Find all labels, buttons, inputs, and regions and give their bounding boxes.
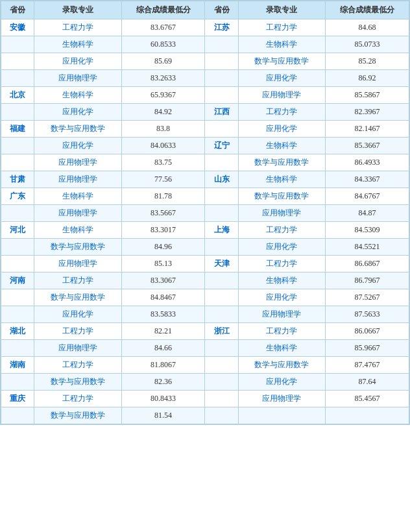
major-cell-right: 数学与应用数学 <box>238 357 325 374</box>
score-cell-right: 87.64 <box>326 374 409 391</box>
score-cell-right: 82.1467 <box>326 121 409 138</box>
province-cell-right <box>205 272 238 289</box>
province-cell-right <box>205 289 238 306</box>
province-cell-left <box>1 70 34 87</box>
province-cell-right <box>205 36 238 53</box>
major-cell-right: 工程力学 <box>238 256 325 272</box>
header-score-right: 综合成绩最低分 <box>326 1 409 19</box>
score-cell-left: 81.78 <box>121 188 205 205</box>
province-cell-left <box>1 407 34 424</box>
score-cell-left: 82.21 <box>121 323 205 340</box>
score-cell-right: 86.0667 <box>326 323 409 340</box>
score-cell-left: 80.8433 <box>121 391 205 407</box>
province-cell-right <box>205 205 238 222</box>
table-row: 应用物理学85.13天津工程力学86.6867 <box>1 256 409 272</box>
score-cell-left: 85.13 <box>121 256 205 272</box>
header-major-left: 录取专业 <box>34 1 121 19</box>
table-row: 数学与应用数学81.54 <box>1 407 409 424</box>
table-row: 应用物理学83.2633应用化学86.92 <box>1 70 409 87</box>
major-cell-right: 应用化学 <box>238 121 325 138</box>
province-cell-right: 辽宁 <box>205 138 238 154</box>
province-cell-left <box>1 154 34 171</box>
table-row: 生物科学60.8533生物科学85.0733 <box>1 36 409 53</box>
score-cell-left: 83.3017 <box>121 222 205 239</box>
major-cell-right: 应用物理学 <box>238 87 325 104</box>
major-cell-left: 应用物理学 <box>34 154 121 171</box>
score-cell-right: 87.5633 <box>326 306 409 323</box>
major-cell-right <box>238 407 325 424</box>
major-cell-right: 数学与应用数学 <box>238 188 325 205</box>
table-row: 重庆工程力学80.8433应用物理学85.4567 <box>1 391 409 407</box>
province-cell-left: 河北 <box>1 222 34 239</box>
table-row: 应用化学84.92江西工程力学82.3967 <box>1 104 409 121</box>
major-cell-right: 应用物理学 <box>238 306 325 323</box>
score-cell-right: 85.0733 <box>326 36 409 53</box>
score-cell-right: 86.4933 <box>326 154 409 171</box>
table-row: 安徽工程力学83.6767江苏工程力学84.68 <box>1 19 409 36</box>
province-cell-right <box>205 87 238 104</box>
major-cell-right: 数学与应用数学 <box>238 53 325 70</box>
table-row: 湖南工程力学81.8067数学与应用数学87.4767 <box>1 357 409 374</box>
province-cell-right: 江西 <box>205 104 238 121</box>
major-cell-right: 应用物理学 <box>238 391 325 407</box>
header-province-right: 省份 <box>205 1 238 19</box>
province-cell-left <box>1 239 34 256</box>
table-row: 数学与应用数学84.96应用化学84.5521 <box>1 239 409 256</box>
major-cell-left: 应用化学 <box>34 306 121 323</box>
major-cell-left: 数学与应用数学 <box>34 407 121 424</box>
province-cell-right <box>205 357 238 374</box>
province-cell-left <box>1 256 34 272</box>
major-cell-left: 工程力学 <box>34 272 121 289</box>
province-cell-left: 福建 <box>1 121 34 138</box>
header-province-left: 省份 <box>1 1 34 19</box>
province-cell-left <box>1 374 34 391</box>
major-cell-right: 应用化学 <box>238 239 325 256</box>
score-cell-right: 85.4567 <box>326 391 409 407</box>
score-cell-right: 84.5309 <box>326 222 409 239</box>
major-cell-left: 数学与应用数学 <box>34 239 121 256</box>
major-cell-left: 应用物理学 <box>34 205 121 222</box>
major-cell-right: 工程力学 <box>238 104 325 121</box>
province-cell-left: 安徽 <box>1 19 34 36</box>
score-cell-left: 60.8533 <box>121 36 205 53</box>
score-cell-left: 83.3067 <box>121 272 205 289</box>
province-cell-right: 天津 <box>205 256 238 272</box>
province-cell-left: 广东 <box>1 188 34 205</box>
province-cell-right <box>205 53 238 70</box>
province-cell-left: 甘肃 <box>1 171 34 188</box>
province-cell-right <box>205 391 238 407</box>
major-cell-left: 工程力学 <box>34 391 121 407</box>
major-cell-right: 工程力学 <box>238 19 325 36</box>
score-cell-right: 84.68 <box>326 19 409 36</box>
major-cell-right: 工程力学 <box>238 222 325 239</box>
major-cell-left: 应用物理学 <box>34 340 121 357</box>
table-row: 应用物理学83.5667应用物理学84.87 <box>1 205 409 222</box>
province-cell-right <box>205 407 238 424</box>
province-cell-right <box>205 374 238 391</box>
score-cell-left: 83.6767 <box>121 19 205 36</box>
score-cell-left: 81.8067 <box>121 357 205 374</box>
score-cell-left: 65.9367 <box>121 87 205 104</box>
score-cell-right: 84.5521 <box>326 239 409 256</box>
table-row: 应用物理学83.75数学与应用数学86.4933 <box>1 154 409 171</box>
province-cell-right: 上海 <box>205 222 238 239</box>
score-cell-left: 83.5833 <box>121 306 205 323</box>
score-cell-right <box>326 407 409 424</box>
major-cell-left: 生物科学 <box>34 36 121 53</box>
province-cell-right <box>205 154 238 171</box>
score-cell-right: 84.6767 <box>326 188 409 205</box>
table-header: 省份 录取专业 综合成绩最低分 省份 录取专业 综合成绩最低分 <box>1 1 409 19</box>
major-cell-right: 数学与应用数学 <box>238 154 325 171</box>
score-cell-left: 84.66 <box>121 340 205 357</box>
score-cell-left: 77.56 <box>121 171 205 188</box>
major-cell-left: 数学与应用数学 <box>34 289 121 306</box>
score-cell-right: 87.5267 <box>326 289 409 306</box>
major-cell-right: 生物科学 <box>238 272 325 289</box>
major-cell-right: 工程力学 <box>238 323 325 340</box>
province-cell-left <box>1 289 34 306</box>
score-cell-right: 85.3667 <box>326 138 409 154</box>
table-row: 湖北工程力学82.21浙江工程力学86.0667 <box>1 323 409 340</box>
score-cell-right: 86.7967 <box>326 272 409 289</box>
main-table-container: 省份 录取专业 综合成绩最低分 省份 录取专业 综合成绩最低分 安徽工程力学83… <box>0 0 410 425</box>
major-cell-left: 应用化学 <box>34 104 121 121</box>
